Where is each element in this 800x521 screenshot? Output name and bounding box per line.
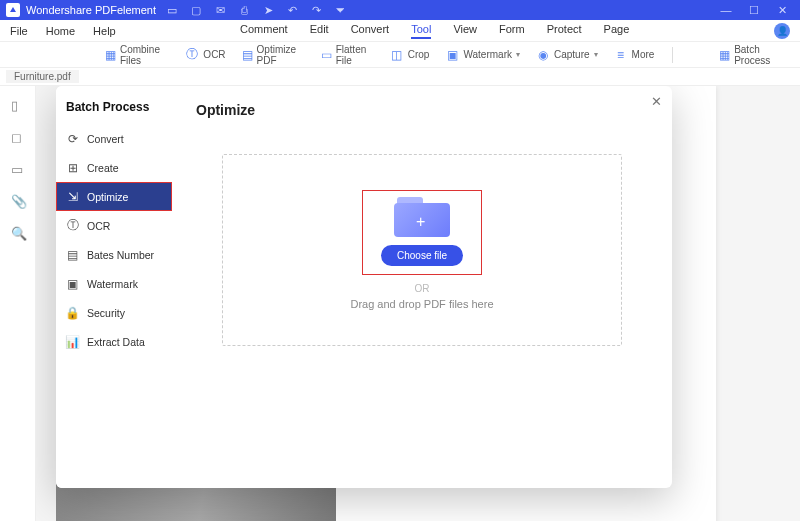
maximize-icon[interactable]: ☐: [746, 2, 762, 18]
left-panel: ▯ ◻ ▭ 📎 🔍: [0, 86, 36, 521]
ocr-sidebar-icon: Ⓣ: [66, 219, 79, 232]
attachment-icon[interactable]: 📎: [11, 194, 25, 208]
sidebar-item-convert[interactable]: ⟳Convert: [56, 124, 172, 153]
menu-protect[interactable]: Protect: [547, 23, 582, 39]
convert-icon: ⟳: [66, 132, 79, 145]
capture-icon: ◉: [536, 48, 550, 62]
batch-sidebar: Batch Process ⟳Convert ⊞Create ⇲Optimize…: [56, 86, 172, 488]
document-area: D BYLLECTIVE. meet local creativesers. t…: [36, 86, 800, 521]
combine-icon: ▦: [105, 48, 116, 62]
menu-home[interactable]: Home: [46, 25, 75, 37]
titlebar: Wondershare PDFelement ▭ ▢ ✉ ⎙ ➤ ↶ ↷ ⏷ —…: [0, 0, 800, 20]
lock-icon: 🔒: [66, 306, 79, 319]
user-avatar-icon[interactable]: 👤: [774, 23, 790, 39]
batch-icon: ▦: [719, 48, 730, 62]
toolbar: ▦Combine Files ⓉOCR ▤Optimize PDF ▭Flatt…: [0, 42, 800, 68]
tool-ocr[interactable]: ⓉOCR: [179, 46, 231, 64]
optimize-icon: ▤: [242, 48, 253, 62]
dropzone[interactable]: + Choose file or Drag and drop PDF files…: [222, 154, 622, 346]
crop-icon: ◫: [390, 48, 404, 62]
batch-main-panel: Optimize + Choose file or Drag and drop …: [172, 86, 672, 488]
watermark-icon: ▣: [445, 48, 459, 62]
tool-more[interactable]: ≡More: [608, 46, 661, 64]
quick-access-toolbar: ▭ ▢ ✉ ⎙ ➤ ↶ ↷ ⏷: [164, 2, 348, 18]
open-icon[interactable]: ▭: [164, 2, 180, 18]
ocr-icon: Ⓣ: [185, 48, 199, 62]
comment-icon[interactable]: ▭: [11, 162, 25, 176]
menu-tool[interactable]: Tool: [411, 23, 431, 39]
tool-crop[interactable]: ◫Crop: [384, 46, 436, 64]
sidebar-item-bates[interactable]: ▤Bates Number: [56, 240, 172, 269]
sidebar-item-extract[interactable]: 📊Extract Data: [56, 327, 172, 356]
tool-flatten-file[interactable]: ▭Flatten File: [315, 42, 380, 68]
folder-icon: +: [394, 195, 450, 237]
app-logo: [6, 3, 20, 17]
thumbnail-icon[interactable]: ▯: [11, 98, 25, 112]
menu-edit[interactable]: Edit: [310, 23, 329, 39]
mail-icon[interactable]: ✉: [212, 2, 228, 18]
minimize-icon[interactable]: —: [718, 2, 734, 18]
share-icon[interactable]: ➤: [260, 2, 276, 18]
optimize-sidebar-icon: ⇲: [66, 190, 79, 203]
extract-icon: 📊: [66, 335, 79, 348]
or-label: or: [415, 283, 430, 294]
batch-main-title: Optimize: [196, 102, 648, 118]
search-icon[interactable]: 🔍: [11, 226, 25, 240]
watermark-sidebar-icon: ▣: [66, 277, 79, 290]
menu-file[interactable]: File: [10, 25, 28, 37]
more-icon: ≡: [614, 48, 628, 62]
dialog-close-button[interactable]: ✕: [651, 94, 662, 109]
choose-file-button[interactable]: Choose file: [381, 245, 463, 266]
bates-icon: ▤: [66, 248, 79, 261]
tool-capture[interactable]: ◉Capture▾: [530, 46, 604, 64]
upload-highlight: + Choose file: [362, 190, 482, 275]
menu-view[interactable]: View: [453, 23, 477, 39]
batch-process-dialog: ✕ Batch Process ⟳Convert ⊞Create ⇲Optimi…: [56, 86, 672, 488]
toolbar-separator: [672, 47, 673, 63]
tool-combine-files[interactable]: ▦Combine Files: [99, 42, 175, 68]
drag-hint: Drag and drop PDF files here: [350, 298, 493, 310]
menu-convert[interactable]: Convert: [351, 23, 390, 39]
menu-form[interactable]: Form: [499, 23, 525, 39]
sidebar-item-optimize[interactable]: ⇲Optimize: [56, 182, 172, 211]
close-icon[interactable]: ✕: [774, 2, 790, 18]
menu-help[interactable]: Help: [93, 25, 116, 37]
undo-icon[interactable]: ↶: [284, 2, 300, 18]
tool-optimize-pdf[interactable]: ▤Optimize PDF: [236, 42, 311, 68]
bookmark-icon[interactable]: ◻: [11, 130, 25, 144]
tool-batch-process[interactable]: ▦Batch Process: [713, 42, 790, 68]
document-tab[interactable]: Furniture.pdf: [6, 70, 79, 83]
redo-icon[interactable]: ↷: [308, 2, 324, 18]
sidebar-item-watermark[interactable]: ▣Watermark: [56, 269, 172, 298]
tool-watermark[interactable]: ▣Watermark▾: [439, 46, 526, 64]
customize-icon[interactable]: ⏷: [332, 2, 348, 18]
batch-sidebar-title: Batch Process: [56, 96, 172, 124]
menu-comment[interactable]: Comment: [240, 23, 288, 39]
app-name: Wondershare PDFelement: [26, 4, 156, 16]
sidebar-item-security[interactable]: 🔒Security: [56, 298, 172, 327]
save-icon[interactable]: ▢: [188, 2, 204, 18]
sidebar-item-ocr[interactable]: ⓉOCR: [56, 211, 172, 240]
document-tabs: Furniture.pdf: [0, 68, 800, 86]
menu-page[interactable]: Page: [604, 23, 630, 39]
print-icon[interactable]: ⎙: [236, 2, 252, 18]
menubar: File Home Help Comment Edit Convert Tool…: [0, 20, 800, 42]
flatten-icon: ▭: [321, 48, 332, 62]
sidebar-item-create[interactable]: ⊞Create: [56, 153, 172, 182]
create-icon: ⊞: [66, 161, 79, 174]
